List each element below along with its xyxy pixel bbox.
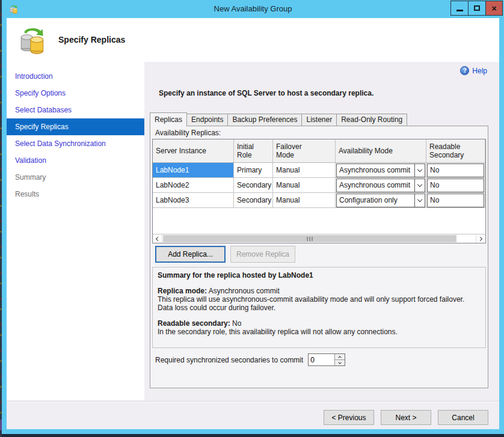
availability-mode-dropdown[interactable]: Asynchronous commit xyxy=(336,163,425,177)
sidebar-item-introduction[interactable]: Introduction xyxy=(7,68,144,85)
window-body: Specify Replicas Introduction Specify Op… xyxy=(7,18,499,429)
replica-summary-groupbox: Summary for the replica hosted by LabNod… xyxy=(152,267,486,348)
window-controls: × xyxy=(451,1,503,16)
quorum-label: Required synchronized secondaries to com… xyxy=(155,356,303,364)
readable-secondary-description: In the secondary role, this availability… xyxy=(158,328,481,336)
sidebar-item-results: Results xyxy=(7,186,144,203)
availability-replicas-grid: Server Instance Initial Role Failover Mo… xyxy=(152,139,486,243)
cell-initial-role[interactable]: Primary xyxy=(234,163,273,177)
window-title: New Availability Group xyxy=(2,0,504,18)
scroll-right-button[interactable] xyxy=(476,234,485,243)
readable-secondary-value: No xyxy=(232,319,241,328)
column-header-readable-secondary[interactable]: Readable Secondary xyxy=(426,139,485,162)
readable-secondary-dropdown[interactable]: No xyxy=(427,163,484,177)
column-header-server-instance[interactable]: Server Instance xyxy=(153,139,234,162)
column-header-failover-mode[interactable]: Failover Mode xyxy=(273,139,336,162)
readable-secondary-label: Readable secondary: xyxy=(158,319,230,328)
footer-buttons: < Previous Next > Cancel xyxy=(324,410,488,425)
remove-replica-button: Remove Replica xyxy=(230,246,295,263)
horizontal-scrollbar[interactable] xyxy=(153,234,485,243)
readable-secondary-dropdown[interactable]: No xyxy=(427,194,484,207)
spinner-down-button[interactable] xyxy=(335,360,345,365)
chevron-down-icon xyxy=(414,194,425,207)
summary-title: Summary for the replica hosted by LabNod… xyxy=(158,271,481,280)
help-icon: ? xyxy=(460,66,469,75)
scrollbar-track[interactable] xyxy=(162,234,476,243)
scroll-left-button[interactable] xyxy=(153,234,162,243)
quorum-spinner xyxy=(308,353,345,366)
chevron-left-icon xyxy=(156,236,160,240)
grid-header-row: Server Instance Initial Role Failover Mo… xyxy=(153,139,485,163)
cell-server-instance[interactable]: LabNode3 xyxy=(153,193,234,207)
availability-mode-dropdown[interactable]: Asynchronous commit xyxy=(336,179,425,192)
sidebar-item-select-databases[interactable]: Select Databases xyxy=(7,102,144,118)
cell-availability-mode: Asynchronous commit xyxy=(336,178,426,192)
tab-listener[interactable]: Listener xyxy=(301,114,337,126)
cell-server-instance[interactable]: LabNode2 xyxy=(153,178,234,192)
close-icon: × xyxy=(491,4,496,13)
cell-failover-mode[interactable]: Manual xyxy=(273,193,336,207)
sidebar-item-validation[interactable]: Validation xyxy=(7,152,144,169)
help-link[interactable]: ? Help xyxy=(460,66,487,75)
replica-mode-description: This replica will use asynchronous-commi… xyxy=(158,295,481,312)
chevron-down-icon xyxy=(338,361,342,364)
column-header-initial-role[interactable]: Initial Role xyxy=(234,139,273,162)
minimize-icon xyxy=(456,10,463,11)
next-button[interactable]: Next > xyxy=(381,410,431,425)
table-row: LabNode1 Primary Manual Asynchronous com… xyxy=(153,163,485,178)
page-title: Specify Replicas xyxy=(58,35,125,44)
cell-server-instance[interactable]: LabNode1 xyxy=(153,163,234,177)
sidebar-item-select-data-synchronization[interactable]: Select Data Synchronization xyxy=(7,135,144,152)
chevron-down-icon xyxy=(414,164,425,177)
readable-secondary-line: Readable secondary: No xyxy=(158,319,481,328)
instruction-text: Specify an instance of SQL Server to hos… xyxy=(159,89,373,97)
availability-mode-dropdown[interactable]: Configuration only xyxy=(336,194,425,207)
scrollbar-thumb[interactable] xyxy=(163,235,456,242)
cell-readable-secondary: No xyxy=(426,163,485,177)
wizard-steps-sidebar: Introduction Specify Options Select Data… xyxy=(7,62,144,400)
help-label: Help xyxy=(472,67,487,75)
chevron-right-icon xyxy=(478,236,482,240)
sidebar-item-specify-replicas[interactable]: Specify Replicas xyxy=(7,118,144,135)
maximize-button[interactable] xyxy=(468,1,486,16)
banner: Specify Replicas xyxy=(7,18,499,62)
readable-secondary-dropdown[interactable]: No xyxy=(427,179,484,192)
sidebar-item-summary: Summary xyxy=(7,169,144,186)
sidebar-item-specify-options[interactable]: Specify Options xyxy=(7,85,144,102)
grid-label: Availability Replicas: xyxy=(155,129,221,137)
cancel-button[interactable]: Cancel xyxy=(438,410,488,425)
table-row: LabNode3 Secondary Manual Configuration … xyxy=(153,193,485,208)
close-button[interactable]: × xyxy=(485,1,503,16)
cell-availability-mode: Asynchronous commit xyxy=(336,163,426,177)
tab-read-only-routing[interactable]: Read-Only Routing xyxy=(336,114,407,126)
table-row: LabNode2 Secondary Manual Asynchronous c… xyxy=(153,178,485,193)
spinner-up-button[interactable] xyxy=(335,354,345,360)
column-header-availability-mode[interactable]: Availability Mode xyxy=(336,139,426,162)
replica-mode-value: Asynchronous commit xyxy=(209,287,280,295)
cell-readable-secondary: No xyxy=(426,178,485,192)
tab-replicas[interactable]: Replicas xyxy=(150,112,187,126)
quorum-row: Required synchronized secondaries to com… xyxy=(155,353,345,366)
replica-mode-line: Replica mode: Asynchronous commit xyxy=(158,287,481,295)
tabpage-replicas: Availability Replicas: Server Instance I… xyxy=(150,126,488,388)
spinner-buttons xyxy=(334,354,345,365)
cell-initial-role[interactable]: Secondary xyxy=(234,178,273,192)
screen: New Availability Group × Specify xyxy=(0,0,504,437)
content-panel: ? Help Specify an instance of SQL Server… xyxy=(144,62,499,400)
minimize-button[interactable] xyxy=(450,1,469,16)
add-replica-button[interactable]: Add Replica... xyxy=(155,246,226,263)
cell-readable-secondary: No xyxy=(426,193,485,207)
cell-failover-mode[interactable]: Manual xyxy=(273,178,336,192)
quorum-input[interactable] xyxy=(309,354,334,365)
tab-endpoints[interactable]: Endpoints xyxy=(186,114,228,126)
chevron-down-icon xyxy=(414,179,425,192)
replica-buttons-row: Add Replica... Remove Replica xyxy=(155,246,295,263)
cell-failover-mode[interactable]: Manual xyxy=(273,163,336,177)
cell-initial-role[interactable]: Secondary xyxy=(234,193,273,207)
availability-group-icon xyxy=(18,22,48,57)
tab-backup-preferences[interactable]: Backup Preferences xyxy=(227,114,302,126)
tabstrip: Replicas Endpoints Backup Preferences Li… xyxy=(150,112,407,126)
previous-button[interactable]: < Previous xyxy=(324,410,374,425)
grid-empty-area xyxy=(153,208,485,235)
cell-availability-mode: Configuration only xyxy=(336,193,426,207)
